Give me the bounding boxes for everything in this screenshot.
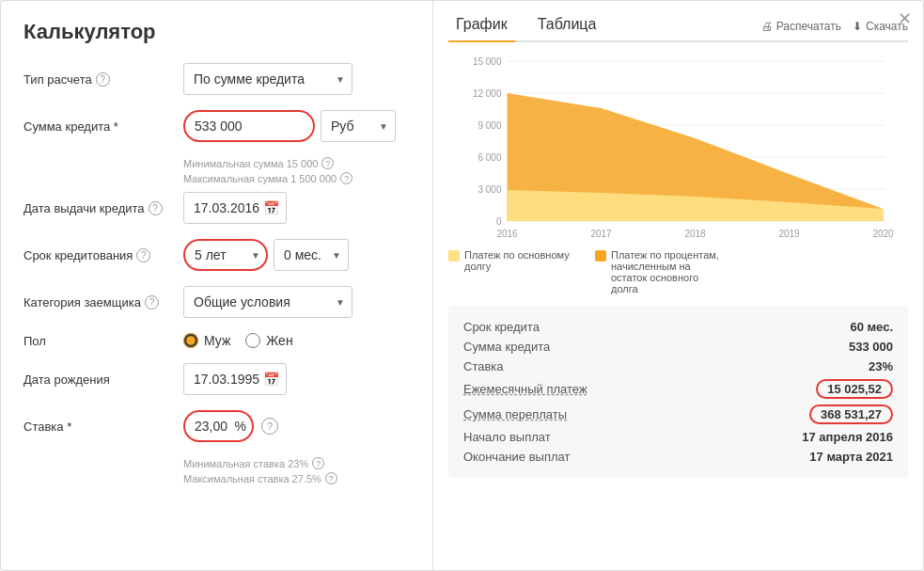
- calc-type-select[interactable]: По сумме кредита: [183, 63, 352, 95]
- tab-graph[interactable]: График: [448, 12, 515, 42]
- print-icon: 🖨: [761, 20, 773, 33]
- gender-radio-group: Муж Жен: [183, 333, 293, 348]
- calc-type-select-wrapper: По сумме кредита ▼: [183, 63, 352, 95]
- right-panel: ✕ График Таблица 🖨 Распечатать ⬇ Скачать…: [433, 1, 923, 570]
- loan-date-help-icon[interactable]: ?: [149, 201, 163, 215]
- svg-text:3 000: 3 000: [478, 184, 501, 195]
- percent-icon: %: [235, 419, 246, 434]
- currency-select[interactable]: Руб: [321, 110, 396, 142]
- borrower-category-help-icon[interactable]: ?: [145, 295, 159, 309]
- summary-overpayment-value: 368 531,27: [809, 404, 893, 424]
- tabs-row: График Таблица 🖨 Распечатать ⬇ Скачать: [448, 12, 908, 42]
- loan-term-help-icon[interactable]: ?: [136, 248, 150, 262]
- calc-type-control: По сумме кредита ▼: [183, 63, 410, 95]
- loan-term-control: 5 лет ▼ 0 мес. ▼: [183, 239, 410, 271]
- chart-svg: 15 000 12 000 9 000 6 000 3 000 0 2016: [448, 54, 908, 242]
- summary-start-label: Начало выплат: [463, 430, 551, 444]
- chart-legend: Платеж по основному долгу Платеж по проц…: [448, 249, 908, 294]
- svg-text:9 000: 9 000: [478, 120, 501, 131]
- summary-end-value: 17 марта 2021: [809, 450, 893, 464]
- rate-help-icon[interactable]: ?: [261, 418, 278, 435]
- loan-term-row: Срок кредитования ? 5 лет ▼ 0 мес. ▼: [23, 239, 410, 271]
- loan-amount-hints: Минимальная сумма 15 000 ?: [183, 157, 410, 169]
- loan-amount-label: Сумма кредита *: [23, 119, 183, 134]
- birth-date-control: 📅: [183, 363, 410, 395]
- loan-date-control: 📅: [183, 192, 410, 224]
- borrower-category-select-wrapper: Общие условия ▼: [183, 286, 352, 318]
- chart-area: 15 000 12 000 9 000 6 000 3 000 0 2016: [448, 54, 908, 242]
- birth-date-label: Дата рождения: [23, 373, 183, 387]
- borrower-category-label: Категория заемщика ?: [23, 295, 183, 309]
- min-hint-icon[interactable]: ?: [321, 157, 334, 169]
- loan-date-wrapper: 📅: [183, 192, 287, 224]
- loan-amount-max-hint: Максимальная сумма 1 500 000 ?: [183, 172, 410, 184]
- rate-control: % ?: [183, 410, 410, 442]
- gender-label: Пол: [23, 334, 183, 348]
- download-icon: ⬇: [853, 20, 862, 33]
- loan-term-years-select[interactable]: 5 лет: [183, 239, 268, 271]
- loan-amount-row: Сумма кредита * Руб ▼: [23, 110, 410, 142]
- loan-term-years-wrapper: 5 лет ▼: [183, 239, 268, 271]
- svg-text:0: 0: [496, 216, 502, 227]
- left-panel: Калькулятор Тип расчета ? По сумме креди…: [1, 1, 433, 570]
- close-button[interactable]: ✕: [898, 8, 912, 29]
- rate-max-hint: Максимальная ставка 27.5% ?: [183, 472, 410, 484]
- gender-female-radio[interactable]: [245, 333, 260, 348]
- legend-interest-color: [595, 250, 606, 262]
- summary-loan-term: Срок кредита 60 мес.: [463, 317, 893, 337]
- gender-female-label[interactable]: Жен: [245, 333, 292, 348]
- svg-text:15 000: 15 000: [473, 56, 502, 67]
- tab-table[interactable]: Таблица: [530, 12, 604, 42]
- currency-select-wrapper: Руб ▼: [321, 110, 396, 142]
- gender-control: Муж Жен: [183, 333, 410, 348]
- summary-rate-value: 23%: [869, 359, 893, 373]
- svg-text:2020: 2020: [872, 229, 894, 239]
- rate-label: Ставка *: [23, 420, 183, 434]
- rate-input-box: %: [183, 410, 254, 442]
- birth-date-wrapper: 📅: [183, 363, 287, 395]
- calc-type-label: Тип расчета ?: [23, 72, 183, 87]
- rate-row: Ставка * % ?: [23, 410, 410, 442]
- birth-date-input[interactable]: [183, 363, 287, 395]
- summary-end-label: Окончание выплат: [463, 450, 570, 464]
- loan-date-input[interactable]: [183, 192, 287, 224]
- gender-male-label[interactable]: Муж: [183, 333, 230, 348]
- svg-text:2017: 2017: [590, 229, 612, 239]
- svg-text:6 000: 6 000: [478, 152, 501, 163]
- summary-start: Начало выплат 17 апреля 2016: [463, 427, 893, 447]
- legend-principal: Платеж по основному долгу: [448, 249, 580, 294]
- loan-term-months-select[interactable]: 0 мес.: [274, 239, 349, 271]
- summary-loan-amount-value: 533 000: [849, 340, 893, 354]
- page-title: Калькулятор: [23, 20, 410, 44]
- calc-type-help-icon[interactable]: ?: [96, 72, 110, 87]
- loan-amount-control: Руб ▼: [183, 110, 410, 142]
- summary-monthly-payment: Ежемесячный платеж 15 025,52: [463, 376, 893, 402]
- loan-date-label: Дата выдачи кредита ?: [23, 201, 183, 215]
- svg-text:2016: 2016: [496, 229, 518, 239]
- summary-loan-amount: Сумма кредита 533 000: [463, 337, 893, 357]
- gender-row: Пол Муж Жен: [23, 333, 410, 348]
- gender-male-radio[interactable]: [183, 333, 198, 348]
- tab-actions: 🖨 Распечатать ⬇ Скачать: [761, 20, 908, 33]
- borrower-category-row: Категория заемщика ? Общие условия ▼: [23, 286, 410, 318]
- summary-overpayment-label: Сумма переплаты: [463, 407, 567, 421]
- loan-date-row: Дата выдачи кредита ? 📅: [23, 192, 410, 224]
- loan-term-label: Срок кредитования ?: [23, 248, 183, 262]
- summary-end: Окончание выплат 17 марта 2021: [463, 447, 893, 467]
- legend-interest: Платеж по процентам, начисленным на оста…: [595, 249, 727, 294]
- loan-amount-input[interactable]: [183, 110, 315, 142]
- print-action[interactable]: 🖨 Распечатать: [761, 20, 841, 33]
- rate-min-hint-icon[interactable]: ?: [312, 457, 324, 469]
- summary-monthly-payment-value: 15 025,52: [816, 379, 893, 399]
- summary-start-value: 17 апреля 2016: [802, 430, 893, 444]
- svg-text:2018: 2018: [684, 229, 706, 239]
- borrower-category-select[interactable]: Общие условия: [183, 286, 352, 318]
- rate-min-hint: Минимальная ставка 23% ?: [183, 457, 410, 469]
- summary-rate: Ставка 23%: [463, 357, 893, 376]
- summary-loan-term-value: 60 мес.: [850, 320, 893, 334]
- rate-max-hint-icon[interactable]: ?: [325, 472, 337, 484]
- calc-type-row: Тип расчета ? По сумме кредита ▼: [23, 63, 410, 95]
- summary-loan-amount-label: Сумма кредита: [463, 340, 550, 354]
- borrower-category-control: Общие условия ▼: [183, 286, 410, 318]
- max-hint-icon[interactable]: ?: [340, 172, 352, 184]
